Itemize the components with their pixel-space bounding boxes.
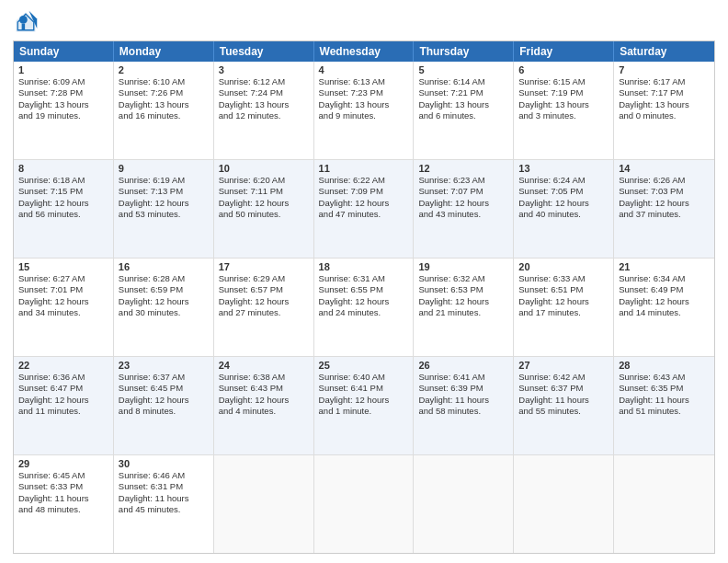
cell-line: Sunrise: 6:20 AM: [219, 175, 309, 186]
day-number: 17: [219, 261, 309, 272]
cell-line: Sunrise: 6:34 AM: [619, 273, 710, 284]
day-number: 7: [619, 64, 710, 75]
cell-line: Sunset: 7:28 PM: [18, 87, 108, 98]
cell-line: and 45 minutes.: [119, 504, 209, 515]
cell-line: Daylight: 13 hours: [518, 99, 609, 110]
header-cell-tuesday: Tuesday: [214, 41, 314, 62]
header-cell-saturday: Saturday: [614, 41, 714, 62]
calendar-cell-4-5: [514, 455, 614, 553]
cell-line: Sunset: 7:19 PM: [518, 87, 609, 98]
cell-line: Daylight: 12 hours: [119, 198, 209, 209]
header-cell-sunday: Sunday: [14, 41, 114, 62]
cell-line: and 34 minutes.: [18, 307, 108, 318]
cell-line: Daylight: 12 hours: [18, 198, 108, 209]
cell-line: and 58 minutes.: [418, 406, 508, 417]
cell-line: Daylight: 13 hours: [18, 99, 108, 110]
cell-line: and 3 minutes.: [518, 110, 609, 121]
calendar-cell-1-5: 13Sunrise: 6:24 AMSunset: 7:05 PMDayligh…: [514, 160, 614, 258]
calendar-cell-3-6: 28Sunrise: 6:43 AMSunset: 6:35 PMDayligh…: [614, 357, 714, 454]
cell-line: Sunrise: 6:36 AM: [18, 372, 108, 383]
cell-line: Sunrise: 6:12 AM: [219, 76, 309, 87]
calendar-cell-1-3: 11Sunrise: 6:22 AMSunset: 7:09 PMDayligh…: [314, 160, 415, 258]
cell-line: Daylight: 11 hours: [18, 493, 108, 504]
header: [13, 9, 715, 35]
calendar-cell-3-4: 26Sunrise: 6:41 AMSunset: 6:39 PMDayligh…: [414, 357, 514, 454]
cell-line: and 30 minutes.: [119, 307, 209, 318]
day-number: 26: [418, 360, 508, 371]
day-number: 23: [119, 360, 209, 371]
cell-line: Sunrise: 6:14 AM: [418, 76, 508, 87]
calendar-cell-1-0: 8Sunrise: 6:18 AMSunset: 7:15 PMDaylight…: [14, 160, 114, 258]
cell-line: and 0 minutes.: [619, 110, 710, 121]
cell-line: and 17 minutes.: [518, 307, 609, 318]
cell-line: and 50 minutes.: [219, 209, 309, 220]
calendar-row-0: 1Sunrise: 6:09 AMSunset: 7:28 PMDaylight…: [14, 62, 714, 159]
cell-line: Daylight: 12 hours: [219, 296, 309, 307]
logo-icon: [13, 9, 39, 35]
day-number: 12: [418, 163, 508, 174]
day-number: 6: [518, 64, 609, 75]
calendar-cell-2-0: 15Sunrise: 6:27 AMSunset: 7:01 PMDayligh…: [14, 259, 114, 356]
cell-line: and 24 minutes.: [319, 307, 409, 318]
cell-line: Sunset: 6:43 PM: [219, 383, 309, 394]
day-number: 4: [319, 64, 409, 75]
calendar: SundayMondayTuesdayWednesdayThursdayFrid…: [13, 40, 715, 554]
cell-line: Sunrise: 6:46 AM: [119, 470, 209, 481]
day-number: 20: [518, 261, 609, 272]
day-number: 18: [319, 261, 409, 272]
cell-line: Sunset: 7:07 PM: [418, 186, 508, 197]
cell-line: and 14 minutes.: [619, 307, 710, 318]
cell-line: Sunrise: 6:29 AM: [219, 273, 309, 284]
day-number: 21: [619, 261, 710, 272]
cell-line: Sunrise: 6:37 AM: [119, 372, 209, 383]
day-number: 1: [18, 64, 108, 75]
calendar-cell-1-6: 14Sunrise: 6:26 AMSunset: 7:03 PMDayligh…: [614, 160, 714, 258]
cell-line: Sunset: 7:09 PM: [319, 186, 409, 197]
calendar-cell-1-4: 12Sunrise: 6:23 AMSunset: 7:07 PMDayligh…: [414, 160, 514, 258]
calendar-cell-2-3: 18Sunrise: 6:31 AMSunset: 6:55 PMDayligh…: [314, 259, 415, 356]
cell-line: Sunset: 7:03 PM: [619, 186, 710, 197]
cell-line: and 8 minutes.: [119, 406, 209, 417]
cell-line: Sunset: 6:47 PM: [18, 383, 108, 394]
calendar-cell-4-1: 30Sunrise: 6:46 AMSunset: 6:31 PMDayligh…: [114, 455, 214, 553]
cell-line: Sunset: 7:11 PM: [219, 186, 309, 197]
cell-line: Sunrise: 6:41 AM: [418, 372, 508, 383]
day-number: 27: [518, 360, 609, 371]
cell-line: Sunrise: 6:24 AM: [518, 175, 609, 186]
day-number: 16: [119, 261, 209, 272]
calendar-cell-0-6: 7Sunrise: 6:17 AMSunset: 7:17 PMDaylight…: [614, 62, 714, 159]
cell-line: Sunrise: 6:28 AM: [119, 273, 209, 284]
cell-line: Sunset: 6:59 PM: [119, 284, 209, 295]
calendar-cell-0-0: 1Sunrise: 6:09 AMSunset: 7:28 PMDaylight…: [14, 62, 114, 159]
cell-line: Sunset: 6:49 PM: [619, 284, 710, 295]
cell-line: Sunrise: 6:26 AM: [619, 175, 710, 186]
cell-line: Daylight: 12 hours: [319, 198, 409, 209]
cell-line: Daylight: 12 hours: [418, 198, 508, 209]
cell-line: Sunset: 6:33 PM: [18, 481, 108, 492]
calendar-cell-4-6: [614, 455, 714, 553]
cell-line: Sunset: 6:31 PM: [119, 481, 209, 492]
cell-line: and 16 minutes.: [119, 110, 209, 121]
day-number: 25: [319, 360, 409, 371]
cell-line: Sunrise: 6:32 AM: [418, 273, 508, 284]
cell-line: Sunrise: 6:15 AM: [518, 76, 609, 87]
day-number: 13: [518, 163, 609, 174]
cell-line: Sunrise: 6:18 AM: [18, 175, 108, 186]
calendar-cell-2-2: 17Sunrise: 6:29 AMSunset: 6:57 PMDayligh…: [214, 259, 314, 356]
cell-line: Sunset: 6:45 PM: [119, 383, 209, 394]
cell-line: Sunset: 7:21 PM: [418, 87, 508, 98]
day-number: 30: [119, 458, 209, 469]
cell-line: and 40 minutes.: [518, 209, 609, 220]
calendar-cell-0-1: 2Sunrise: 6:10 AMSunset: 7:26 PMDaylight…: [114, 62, 214, 159]
cell-line: Daylight: 12 hours: [518, 296, 609, 307]
calendar-cell-2-5: 20Sunrise: 6:33 AMSunset: 6:51 PMDayligh…: [514, 259, 614, 356]
calendar-cell-3-3: 25Sunrise: 6:40 AMSunset: 6:41 PMDayligh…: [314, 357, 415, 454]
header-cell-monday: Monday: [114, 41, 214, 62]
header-cell-thursday: Thursday: [414, 41, 514, 62]
cell-line: Sunset: 7:24 PM: [219, 87, 309, 98]
day-number: 5: [418, 64, 508, 75]
cell-line: and 12 minutes.: [219, 110, 309, 121]
cell-line: Sunrise: 6:17 AM: [619, 76, 710, 87]
calendar-cell-4-0: 29Sunrise: 6:45 AMSunset: 6:33 PMDayligh…: [14, 455, 114, 553]
cell-line: and 56 minutes.: [18, 209, 108, 220]
